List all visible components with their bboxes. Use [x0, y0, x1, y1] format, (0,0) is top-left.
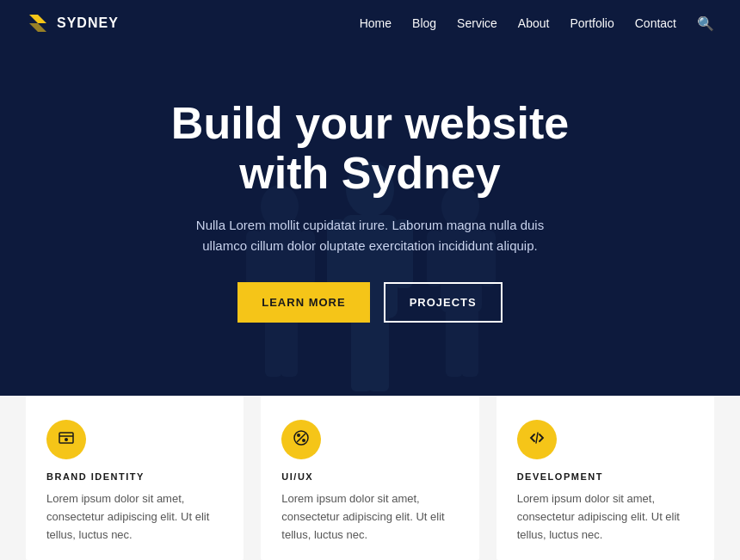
nav-item-portfolio[interactable]: Portfolio: [570, 15, 614, 31]
brand-identity-text: Lorem ipsum dolor sit amet, consectetur …: [46, 490, 223, 544]
nav-link-blog[interactable]: Blog: [412, 16, 436, 30]
nav-link-home[interactable]: Home: [360, 16, 392, 30]
svg-point-21: [65, 438, 68, 441]
hero-title-line2: with Sydney: [239, 148, 500, 198]
svg-point-23: [297, 434, 300, 437]
projects-button[interactable]: PROJECTS: [384, 282, 503, 323]
uiux-icon: [293, 429, 310, 451]
card-uiux: UI/UX Lorem ipsum dolor sit amet, consec…: [261, 396, 478, 560]
hero-section: Build your website with Sydney Nulla Lor…: [0, 0, 740, 396]
development-text: Lorem ipsum dolor sit amet, consectetur …: [517, 490, 694, 544]
uiux-title: UI/UX: [281, 471, 458, 482]
development-icon: [528, 429, 546, 451]
development-title: DEVELOPMENT: [517, 471, 694, 482]
nav-search-btn[interactable]: 🔍: [697, 15, 714, 32]
svg-marker-0: [29, 15, 46, 23]
svg-marker-1: [29, 23, 46, 32]
nav-link-service[interactable]: Service: [457, 16, 497, 30]
brand-logo-icon: [26, 11, 50, 35]
nav-link-contact[interactable]: Contact: [635, 16, 676, 30]
card-brand-identity: BRAND IDENTITY Lorem ipsum dolor sit ame…: [26, 396, 244, 560]
card-development: DEVELOPMENT Lorem ipsum dolor sit amet, …: [496, 396, 714, 560]
learn-more-button[interactable]: LEARN MORE: [237, 282, 369, 323]
hero-title: Build your website with Sydney: [171, 99, 569, 197]
brand-identity-title: BRAND IDENTITY: [46, 471, 223, 482]
nav-link-about[interactable]: About: [518, 16, 550, 30]
hero-buttons: LEARN MORE PROJECTS: [171, 282, 569, 323]
brand-logo-area[interactable]: SYDNEY: [26, 11, 119, 35]
nav-item-service[interactable]: Service: [457, 15, 497, 31]
nav-links: Home Blog Service About Portfolio Contac…: [360, 15, 714, 32]
nav-item-blog[interactable]: Blog: [412, 15, 436, 31]
brand-identity-icon-circle: [46, 420, 86, 459]
navbar: SYDNEY Home Blog Service About Portfolio…: [0, 0, 740, 46]
uiux-icon-circle: [281, 420, 321, 459]
development-icon-circle: [517, 420, 557, 459]
nav-link-portfolio[interactable]: Portfolio: [570, 16, 614, 30]
nav-item-home[interactable]: Home: [360, 15, 392, 31]
brand-identity-icon: [58, 429, 75, 451]
hero-title-line1: Build your website: [171, 98, 569, 148]
uiux-text: Lorem ipsum dolor sit amet, consectetur …: [281, 490, 458, 544]
search-icon[interactable]: 🔍: [697, 16, 714, 31]
nav-item-about[interactable]: About: [518, 15, 550, 31]
svg-point-24: [302, 439, 305, 442]
hero-subtitle: Nulla Lorem mollit cupidatat irure. Labo…: [185, 215, 555, 256]
hero-content: Build your website with Sydney Nulla Lor…: [171, 99, 569, 322]
nav-item-contact[interactable]: Contact: [635, 15, 676, 31]
cards-section: BRAND IDENTITY Lorem ipsum dolor sit ame…: [0, 396, 740, 560]
brand-name: SYDNEY: [57, 15, 119, 31]
